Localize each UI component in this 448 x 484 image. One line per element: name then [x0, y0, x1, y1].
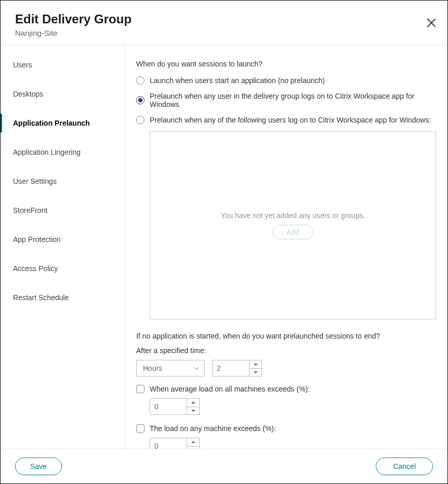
arrow-down-icon[interactable]	[187, 407, 199, 415]
radio-label: Prelaunch when any of the following user…	[150, 116, 431, 124]
radio-label: Prelaunch when any user in the delivery …	[150, 92, 436, 109]
spinner-arrows	[249, 360, 261, 376]
time-row: Hours	[136, 360, 436, 377]
any-load-spinner	[150, 438, 200, 449]
arrow-up-icon[interactable]	[187, 438, 199, 446]
spinner-arrows	[187, 399, 199, 414]
dialog-footer: Save Cancel	[1, 449, 447, 483]
any-load-input[interactable]	[150, 438, 187, 449]
time-value-spinner	[212, 360, 262, 377]
cancel-button[interactable]: Cancel	[376, 458, 433, 475]
close-icon[interactable]	[426, 17, 437, 29]
sidebar-item-users[interactable]: Users	[1, 56, 124, 74]
launch-question: When do you want sessions to launch?	[136, 60, 436, 68]
radio-prelaunch-any-user[interactable]: Prelaunch when any user in the delivery …	[136, 92, 436, 109]
sidebar-item-user-settings[interactable]: User Settings	[1, 172, 124, 191]
avg-load-input[interactable]	[150, 399, 187, 414]
dialog-title: Edit Delivery Group	[15, 12, 433, 26]
sidebar-item-application-prelaunch[interactable]: Application Prelaunch	[1, 114, 124, 132]
radio-prelaunch-specific-users[interactable]: Prelaunch when any of the following user…	[136, 116, 436, 124]
arrow-up-icon[interactable]	[187, 399, 199, 407]
radio-icon	[136, 96, 144, 104]
save-button[interactable]: Save	[15, 458, 62, 475]
spinner-arrows	[187, 438, 199, 449]
sidebar-item-access-policy[interactable]: Access Policy	[1, 259, 124, 278]
radio-icon	[136, 76, 144, 85]
sidebar-item-storefront[interactable]: StoreFront	[1, 201, 124, 220]
check-avg-load-row[interactable]: When average load on all machines exceed…	[136, 385, 436, 393]
after-specified-label: After a specified time:	[136, 346, 436, 355]
checkbox-avg-load[interactable]	[136, 385, 144, 393]
sidebar-item-restart-schedule[interactable]: Restart Schedule	[1, 288, 124, 307]
main-panel: When do you want sessions to launch? Lau…	[125, 45, 447, 449]
arrow-up-icon[interactable]	[249, 360, 261, 368]
dialog-body: Users Desktops Application Prelaunch App…	[1, 45, 447, 449]
radio-label: Launch when users start an application (…	[150, 76, 325, 85]
time-unit-value: Hours	[143, 364, 162, 372]
edit-delivery-group-dialog: Edit Delivery Group Nanjing-Site Users D…	[0, 0, 448, 484]
users-list-box: You have not yet added any users or grou…	[150, 131, 436, 319]
radio-no-prelaunch[interactable]: Launch when users start an application (…	[136, 76, 436, 85]
radio-icon	[136, 116, 144, 124]
arrow-down-icon[interactable]	[249, 368, 261, 377]
chevron-down-icon	[194, 367, 199, 370]
check-any-load-label: The load on any machine exceeds (%):	[150, 424, 276, 433]
time-value-input[interactable]	[213, 360, 249, 376]
sidebar-item-application-lingering[interactable]: Application Lingering	[1, 143, 124, 162]
add-user-button[interactable]: Add	[272, 225, 313, 239]
time-unit-select[interactable]: Hours	[136, 360, 205, 377]
sidebar-item-desktops[interactable]: Desktops	[1, 85, 124, 103]
checkbox-any-load[interactable]	[136, 424, 144, 433]
sidebar: Users Desktops Application Prelaunch App…	[1, 45, 125, 449]
users-empty-message: You have not yet added any users or grou…	[220, 211, 365, 220]
sidebar-item-app-protection[interactable]: App Protection	[1, 230, 124, 249]
check-avg-load-label: When average load on all machines exceed…	[150, 385, 310, 393]
dialog-subtitle: Nanjing-Site	[15, 29, 433, 37]
end-question: If no application is started, when do yo…	[136, 332, 436, 340]
avg-load-spinner	[150, 398, 200, 415]
dialog-header: Edit Delivery Group Nanjing-Site	[1, 1, 447, 45]
check-any-load-row[interactable]: The load on any machine exceeds (%):	[136, 424, 436, 433]
